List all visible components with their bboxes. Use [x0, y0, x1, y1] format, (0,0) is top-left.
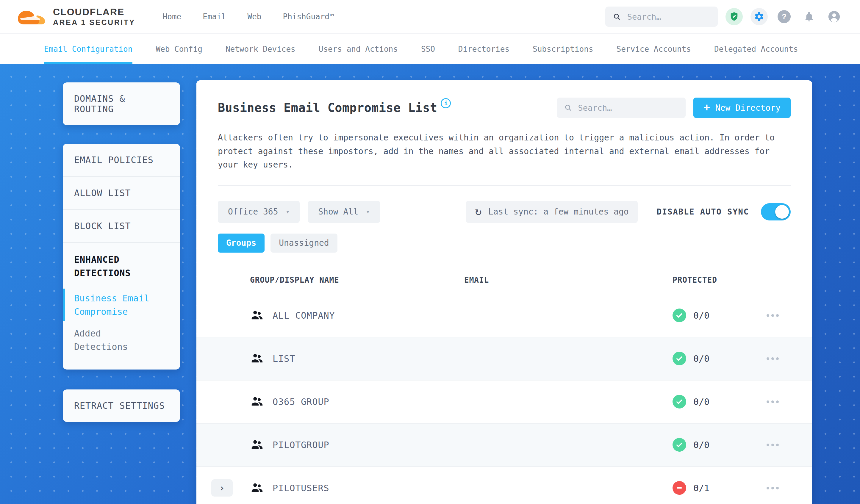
dots-menu-icon	[766, 357, 769, 360]
settings-button[interactable]	[750, 8, 768, 25]
row-menu-button[interactable]	[756, 487, 779, 489]
sidebar-section-link[interactable]: Business Email Compromise	[63, 287, 170, 322]
expander-cell: ›	[197, 393, 250, 410]
group-icon	[250, 480, 264, 494]
protected-cell: 0/1	[673, 481, 756, 495]
protected-cell: 0/0	[673, 395, 756, 408]
expander-cell: ›	[197, 350, 250, 367]
global-search[interactable]	[605, 6, 718, 27]
top-bar: CLOUDFLARE AREA 1 SECURITY Home Email We…	[0, 0, 860, 33]
table-row[interactable]: › PILOTGROUP	[197, 423, 812, 466]
user-avatar-icon	[827, 10, 841, 24]
list-search-input[interactable]	[578, 103, 679, 113]
title-row: Business Email Compromise List i + New D…	[218, 98, 791, 118]
last-sync-label: Last sync: a few minutes ago	[488, 207, 629, 217]
group-name: PILOTUSERS	[273, 483, 464, 493]
sidebar-section-link[interactable]: Added Detections	[63, 322, 170, 358]
row-menu-button[interactable]	[756, 444, 779, 446]
main-nav-item[interactable]: Web	[247, 12, 261, 21]
sidebar-item-retract-settings[interactable]: RETRACT SETTINGS	[63, 389, 180, 422]
row-menu-button[interactable]	[756, 401, 779, 403]
protected-count: 0/0	[693, 310, 710, 321]
group-name: LIST	[273, 354, 464, 364]
section-nav-item[interactable]: Delegated Accounts	[714, 34, 798, 64]
group-icon	[250, 308, 264, 322]
help-button[interactable]: ?	[775, 8, 793, 25]
sidebar-policy-item[interactable]: ALLOW LIST	[63, 177, 180, 210]
protected-status-icon	[673, 308, 686, 322]
expand-row-button[interactable]: ›	[211, 479, 233, 496]
info-icon[interactable]: i	[441, 98, 451, 108]
last-sync-button[interactable]: ↻ Last sync: a few minutes ago	[466, 201, 638, 223]
row-menu-cell	[756, 401, 812, 403]
protected-count: 0/1	[693, 483, 710, 493]
new-directory-button[interactable]: + New Directory	[693, 98, 791, 118]
sidebar-policy-item[interactable]: BLOCK LIST	[63, 210, 180, 243]
group-icon	[250, 437, 264, 451]
dots-menu-icon	[766, 401, 769, 403]
shield-check-icon	[729, 11, 740, 22]
directory-filter-dropdown[interactable]: Office 365 ▾	[218, 201, 300, 223]
show-filter-dropdown[interactable]: Show All ▾	[308, 201, 380, 223]
main-nav: Home Email Web PhishGuard™	[163, 12, 334, 21]
table-body: › ALL COMPANY	[197, 294, 812, 504]
group-icon-cell	[250, 480, 273, 495]
protection-status-button[interactable]	[726, 8, 743, 25]
page-title: Business Email Compromise List	[218, 101, 437, 115]
sidebar-item-domains-routing[interactable]: DOMAINS & ROUTING	[63, 83, 180, 125]
group-tabs: Groups Unassigned	[218, 233, 791, 253]
protected-status-icon	[673, 352, 686, 365]
protected-status-icon	[673, 438, 686, 452]
chevron-right-icon: ›	[219, 482, 225, 493]
section-nav-item[interactable]: Directories	[458, 34, 510, 64]
protected-count: 0/0	[693, 397, 710, 407]
section-nav-item[interactable]: Network Devices	[226, 34, 296, 64]
title-actions: + New Directory	[557, 98, 791, 118]
group-icon-cell	[250, 351, 273, 366]
group-tab[interactable]: Unassigned	[271, 233, 338, 253]
group-icon-cell	[250, 308, 273, 323]
section-nav-item[interactable]: Email Configuration	[44, 34, 132, 64]
top-right-controls: ?	[605, 6, 843, 27]
account-button[interactable]	[826, 8, 843, 25]
groups-table: GROUP/DISPLAY NAME EMAIL PROTECTED ›	[197, 266, 812, 504]
section-nav-item[interactable]: Service Accounts	[617, 34, 691, 64]
dots-menu-icon	[766, 487, 769, 489]
row-menu-button[interactable]	[756, 357, 779, 360]
search-icon	[564, 103, 572, 112]
minus-icon	[675, 484, 683, 492]
table-row[interactable]: › ALL COMPANY	[197, 294, 812, 337]
sidebar-policy-item[interactable]: EMAIL POLICIES	[63, 144, 180, 177]
table-header: GROUP/DISPLAY NAME EMAIL PROTECTED	[197, 266, 812, 294]
cloudflare-cloud-icon	[17, 7, 47, 26]
section-nav-item[interactable]: SSO	[421, 34, 435, 64]
main-nav-item[interactable]: Email	[203, 12, 226, 21]
check-icon	[675, 312, 683, 319]
main-nav-item[interactable]: PhishGuard™	[283, 12, 334, 21]
table-row[interactable]: › PILOTUSERS	[197, 466, 812, 504]
column-header-protected: PROTECTED	[673, 275, 756, 285]
notifications-button[interactable]	[801, 8, 818, 25]
table-row[interactable]: › O365_GROUP	[197, 380, 812, 423]
search-icon	[613, 12, 621, 21]
question-icon: ?	[777, 10, 791, 23]
table-row[interactable]: › LIST	[197, 337, 812, 380]
expander-cell: ›	[197, 436, 250, 453]
list-search[interactable]	[557, 98, 686, 118]
section-nav-item[interactable]: Subscriptions	[533, 34, 593, 64]
protected-count: 0/0	[693, 440, 710, 450]
group-tab[interactable]: Groups	[218, 233, 264, 253]
page-description: Attackers often try to impersonate execu…	[218, 131, 791, 172]
group-icon	[250, 351, 264, 365]
auto-sync-toggle[interactable]	[761, 203, 791, 220]
protected-status-icon	[673, 481, 686, 495]
row-menu-cell	[756, 487, 812, 489]
section-nav-item[interactable]: Web Config	[156, 34, 202, 64]
global-search-input[interactable]	[627, 12, 710, 21]
protected-cell: 0/0	[673, 308, 756, 322]
chevron-down-icon: ▾	[286, 208, 290, 215]
section-nav-item[interactable]: Users and Actions	[319, 34, 398, 64]
main-nav-item[interactable]: Home	[163, 12, 182, 21]
group-icon-cell	[250, 437, 273, 452]
row-menu-button[interactable]	[756, 314, 779, 317]
